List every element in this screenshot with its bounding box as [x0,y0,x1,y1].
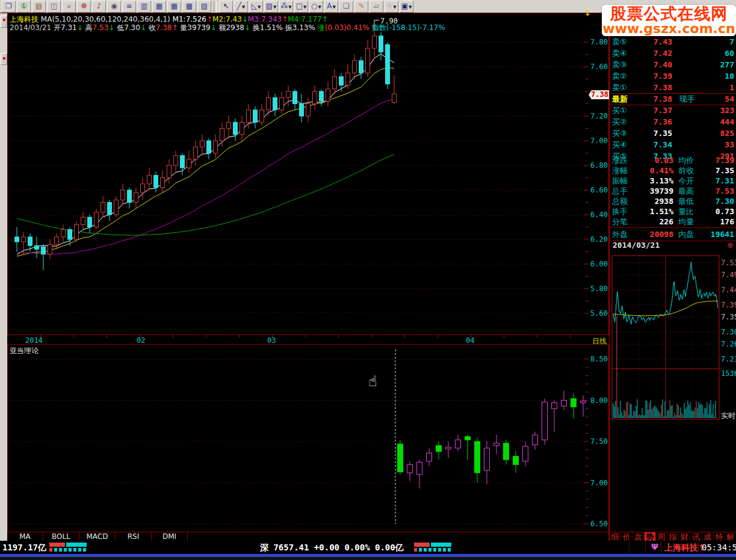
axis-tick-label: 5.60 [590,309,608,318]
candlestick [494,435,499,454]
quote-tab-特[interactable]: 特 [714,532,725,541]
quote-tab-成[interactable]: 成 [702,532,714,541]
current-stock-label[interactable]: 上海科技↑ [664,543,705,553]
quote-tab-解[interactable]: 解 [725,532,736,541]
quote-tab-细[interactable]: 细 [610,532,621,541]
books-icon[interactable]: ▤ [32,1,46,13]
pencil-icon[interactable]: ✎ [354,1,368,13]
candlestick [194,141,198,165]
palette-icon[interactable]: ⁘▼ [385,1,398,13]
scroll-updown-icon[interactable]: ↕ [584,8,591,17]
minichart-4-icon[interactable]: ▨ [197,1,211,13]
pattern-tool-icon[interactable]: ▧▼ [264,1,278,13]
dock-handle[interactable] [1,53,7,65]
indicator-tab-dmi[interactable]: DMI [152,532,188,541]
candlestick [293,89,297,110]
candlestick [475,437,480,482]
columns-icon[interactable]: ▥ [137,1,151,13]
site-watermark: 股票公式在线网 www.gszx.com.cn [602,5,736,36]
eraser-icon[interactable]: ▱ [370,1,383,13]
order-book-row: 买④7.3433 [612,139,734,150]
candlestick [320,89,324,106]
order-book-row: 卖②7.3910 [612,70,734,82]
time-axis: 日线 2014020304 [7,334,609,345]
candlestick [484,442,490,484]
main-kline-chart[interactable]: 7.90 [7,13,589,334]
candlestick [373,30,377,57]
mouse-icon[interactable]: ◉ [107,1,121,13]
quote-tab-讯[interactable]: 讯 [690,532,702,541]
candlestick [571,394,577,419]
quote-panel: 卖⑤7.437卖④7.4260卖③7.40277卖②7.3910卖①7.381最… [609,13,736,541]
candlestick [436,442,442,460]
hatch-tool-icon[interactable]: ⁂▼ [279,1,293,13]
rectangle-tool-icon[interactable]: □▼ [294,1,308,13]
package-icon[interactable]: ◫ [47,1,61,13]
order-book-row: 买③7.35825 [612,128,734,139]
fan-lines-tool-icon[interactable]: ◺▼ [249,1,263,13]
candlestick [561,390,567,410]
copy-icon[interactable]: ❏ [339,1,353,13]
candlestick [417,460,422,488]
quote-tab-价[interactable]: 价 [621,532,632,541]
trading-app-window: ❐①▤◫⌕☸♪◉≡▥▦▦▩▨↖╱▼◺▼▧▼⁂▼□▼○▼A▼❏✎▱⁘▼▣▼ 上海科… [0,0,736,560]
candlestick [427,448,432,466]
rows-icon[interactable]: ≡ [122,1,136,13]
connection-antenna-icon[interactable]: Ψ [651,542,658,552]
quote-tab-周[interactable]: 周 [656,532,667,541]
minichart-1-icon[interactable]: ▦ [152,1,166,13]
candlestick [339,73,344,91]
ma-line-60 [17,155,394,235]
indicator-title[interactable]: 亚当理论 [10,346,39,356]
quote-tab-指[interactable]: 指 [667,532,679,541]
mini-axis-label: 7.35 [721,313,736,321]
minichart-2-icon[interactable]: ▦ [167,1,181,13]
search-icon[interactable]: ⌕ [62,1,76,13]
crosshair-icon[interactable]: ⊕ [727,241,734,250]
volume-gauge [414,543,453,552]
quote-tab-盘[interactable]: 盘 [632,532,644,541]
save-icon[interactable]: ▣▼ [400,1,413,13]
candlestick [273,94,277,116]
candlestick [267,91,271,116]
quote-tab-财[interactable]: 财 [679,532,690,541]
candlestick [392,75,397,103]
candlestick [154,171,158,192]
candlestick [61,224,66,242]
stat-row: 总额2938最低7.30 [612,196,734,206]
stat-row: 换手1.51%量比0.73 [612,206,734,217]
candlestick [446,442,451,458]
text-tool-icon[interactable]: A▼ [324,1,338,13]
axis-tick-label: 6.40 [590,211,608,219]
realtime-label[interactable]: 实时 [721,411,735,420]
candlestick [456,435,461,451]
trendline-tool-icon[interactable]: ╱▼ [234,1,248,13]
minichart-3-icon[interactable]: ▩ [182,1,196,13]
candlestick [513,451,519,473]
indicator-tab-boll[interactable]: BOLL [43,532,79,541]
info-one-icon[interactable]: ① [17,1,31,13]
wheel-icon[interactable]: ☸ [77,1,91,13]
cursor-arrow-icon[interactable]: ↖ [219,1,233,13]
indicator-tab-ma[interactable]: MA [7,532,43,541]
candlestick [48,239,52,259]
dock-handle[interactable] [1,16,7,28]
indicator-tab-rsi[interactable]: RSI [116,532,152,541]
quote-tab-势[interactable]: 势 [645,532,656,541]
intraday-mini-chart[interactable]: 7.537.497.447.397.357.307.267.211536实时 [610,250,736,424]
quote-tab-bar: 细价盘势周指财讯成特解 [610,532,736,541]
volume-gauge [49,543,88,552]
mini-axis-label: 7.49 [721,271,736,279]
restore-window-icon[interactable]: ❐ [2,1,16,13]
indicator-tab-bar: MABOLLMACDRSIDMI [7,532,609,541]
indicator-tab-macd[interactable]: MACD [79,532,116,541]
indicator-sub-chart[interactable] [7,345,589,532]
stat-row: 涨幅0.41%前收7.35 [612,165,734,176]
alarm-bell-icon[interactable]: ♪ [92,1,106,13]
order-book-row: 卖①7.381 [612,82,734,93]
candlestick [94,209,99,230]
ellipse-tool-icon[interactable]: ○▼ [309,1,323,13]
watermark-url: www.gszx.com.cn [602,22,736,35]
candlestick [386,42,390,89]
candlestick [359,57,363,79]
